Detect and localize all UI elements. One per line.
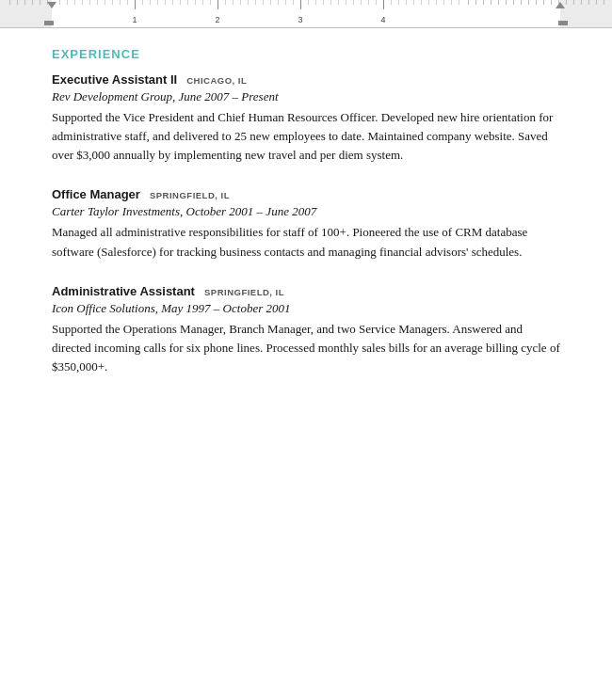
left-indent-marker-bottom[interactable]: [44, 21, 54, 25]
ruler-minor-tick: [67, 0, 68, 5]
job-company-2: Carter Taylor Investments, October 2001 …: [52, 204, 560, 219]
ruler-label-2: 2: [215, 15, 219, 24]
ruler-minor-tick: [225, 0, 226, 5]
job-title-line-2: Office Manager SPRINGFIELD, IL: [52, 185, 560, 202]
ruler-minor-tick: [406, 0, 407, 5]
ruler-minor-tick: [513, 0, 514, 5]
ruler-minor-tick: [543, 0, 544, 5]
ruler-minor-tick: [491, 0, 491, 5]
ruler-minor-tick: [475, 0, 476, 5]
ruler-minor-tick: [566, 0, 567, 5]
job-entry-1: Executive Assistant II CHICAGO, IL Rev D…: [52, 71, 560, 165]
ruler-minor-tick: [165, 0, 166, 5]
ruler-major-tick: [300, 0, 301, 9]
job-title-2: Office Manager: [52, 187, 140, 201]
ruler-minor-tick: [428, 0, 429, 5]
ruler-major-tick: [135, 0, 136, 9]
ruler: 1 2 3: [0, 0, 612, 28]
ruler-major-tick: [217, 0, 218, 9]
ruler-minor-tick: [315, 0, 316, 5]
ruler-minor-tick: [468, 0, 469, 5]
ruler-minor-tick: [142, 0, 143, 5]
ruler-label-1: 1: [132, 15, 137, 24]
section-title: EXPERIENCE: [52, 47, 560, 61]
ruler-minor-tick: [413, 0, 414, 5]
ruler-minor-tick: [263, 0, 264, 5]
ruler-minor-tick: [82, 0, 83, 5]
ruler-minor-tick: [573, 0, 574, 5]
ruler-minor-tick: [74, 0, 75, 5]
ruler-minor-tick: [120, 0, 121, 5]
ruler-minor-tick: [443, 0, 444, 5]
ruler-minor-tick: [24, 0, 25, 5]
ruler-minor-tick: [9, 0, 10, 5]
right-indent-marker-bottom[interactable]: [558, 21, 568, 25]
ruler-minor-tick: [528, 0, 529, 5]
page: 1 2 3: [0, 0, 612, 700]
ruler-label-3: 3: [298, 15, 302, 24]
ruler-minor-tick: [346, 0, 346, 5]
job-description-2: Managed all administrative responsibilit…: [52, 223, 560, 261]
ruler-minor-tick: [604, 0, 604, 5]
ruler-minor-tick: [498, 0, 499, 5]
job-title-line-1: Executive Assistant II CHICAGO, IL: [52, 71, 560, 88]
ruler-minor-tick: [330, 0, 331, 5]
ruler-minor-tick: [421, 0, 422, 5]
ruler-minor-tick: [233, 0, 234, 5]
ruler-minor-tick: [255, 0, 256, 5]
job-location-1: CHICAGO, IL: [186, 75, 247, 86]
ruler-minor-tick: [338, 0, 339, 5]
left-indent-marker-top[interactable]: [47, 2, 56, 8]
ruler-minor-tick: [17, 0, 18, 5]
ruler-minor-tick: [436, 0, 437, 5]
job-location-2: SPRINGFIELD, IL: [150, 190, 230, 200]
ruler-minor-tick: [506, 0, 507, 5]
ruler-minor-tick: [398, 0, 399, 5]
job-location-3: SPRINGFIELD, IL: [204, 287, 284, 297]
ruler-minor-tick: [89, 0, 90, 5]
ruler-minor-tick: [180, 0, 181, 5]
ruler-minor-tick: [323, 0, 324, 5]
ruler-minor-tick: [40, 0, 40, 5]
ruler-minor-tick: [278, 0, 279, 5]
job-entry-2: Office Manager SPRINGFIELD, IL Carter Ta…: [52, 185, 560, 261]
ruler-minor-tick: [376, 0, 377, 5]
job-description-3: Supported the Operations Manager, Branch…: [52, 320, 560, 376]
ruler-minor-tick: [459, 0, 459, 5]
ruler-minor-tick: [187, 0, 188, 5]
ruler-minor-tick: [521, 0, 522, 5]
right-indent-marker-top[interactable]: [556, 2, 565, 8]
ruler-minor-tick: [59, 0, 60, 5]
ruler-minor-tick: [210, 0, 211, 5]
ruler-minor-tick: [112, 0, 113, 5]
ruler-white-zone: [52, 0, 560, 27]
job-title-line-3: Administrative Assistant SPRINGFIELD, IL: [52, 282, 560, 299]
ruler-minor-tick: [248, 0, 249, 5]
ruler-minor-tick: [240, 0, 241, 5]
ruler-minor-tick: [270, 0, 271, 5]
job-title-3: Administrative Assistant: [52, 284, 195, 298]
ruler-minor-tick: [157, 0, 158, 5]
job-title-1: Executive Assistant II: [52, 72, 177, 87]
ruler-minor-tick: [483, 0, 484, 5]
ruler-minor-tick: [285, 0, 286, 5]
ruler-label-4: 4: [380, 15, 385, 24]
ruler-minor-tick: [127, 0, 128, 5]
ruler-minor-tick: [361, 0, 362, 5]
document-content: EXPERIENCE Executive Assistant II CHICAG…: [0, 28, 612, 700]
ruler-minor-tick: [353, 0, 354, 5]
ruler-minor-tick: [293, 0, 294, 5]
ruler-minor-tick: [536, 0, 537, 5]
job-description-1: Supported the Vice President and Chief H…: [52, 108, 560, 165]
ruler-minor-tick: [202, 0, 203, 5]
ruler-minor-tick: [581, 0, 582, 5]
job-company-3: Icon Office Solutions, May 1997 – Octobe…: [52, 301, 560, 316]
job-company-1: Rev Development Group, June 2007 – Prese…: [52, 89, 560, 104]
ruler-minor-tick: [596, 0, 597, 5]
ruler-minor-tick: [195, 0, 196, 5]
ruler-major-tick: [383, 0, 384, 9]
ruler-minor-tick: [368, 0, 369, 5]
ruler-minor-tick: [588, 0, 589, 5]
ruler-minor-tick: [97, 0, 98, 5]
ruler-minor-tick: [150, 0, 151, 5]
